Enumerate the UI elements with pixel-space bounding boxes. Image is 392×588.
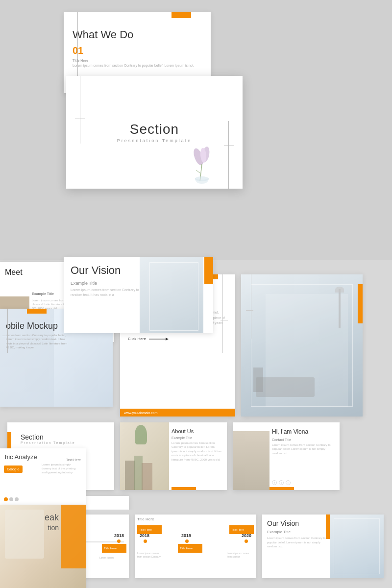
mobile-text: comes from section Contrary to popular b… xyxy=(6,333,70,350)
photo-hline xyxy=(246,310,253,311)
intro-click-link[interactable]: Click Here xyxy=(128,337,227,341)
tl3-header: Title Here xyxy=(137,517,154,521)
top-area: What We Do 01 Title Here Lorem ipsum com… xyxy=(0,0,392,260)
viona-icon1: f xyxy=(272,480,277,485)
vision-orange-bar xyxy=(204,257,213,284)
slide-interior-photo xyxy=(241,274,363,416)
flower-decoration xyxy=(179,140,228,184)
mobile-orange-top xyxy=(27,309,47,314)
viona-person xyxy=(233,431,270,490)
graphic-text: Lorem ipsum is simply dummy text of the … xyxy=(42,463,81,474)
about-content: About Us Example Title Lorem ipsum comes… xyxy=(172,428,223,462)
intro-vline xyxy=(222,274,223,353)
svg-marker-11 xyxy=(166,338,169,341)
tl2-dot3 xyxy=(117,539,121,543)
tl3-text2: Lorem ipsum comes from section xyxy=(227,552,254,558)
break-title: eak tion xyxy=(45,512,59,533)
what-subtitle: Title Here Lorem ipsum comes from sectio… xyxy=(73,58,202,68)
slide-about-us[interactable]: About Us Example Title Lorem ipsum comes… xyxy=(120,422,227,490)
about-orange-bar xyxy=(172,487,196,490)
ss2-title: Section xyxy=(21,433,108,441)
svg-line-4 xyxy=(196,170,200,173)
viona-text: Lorem ipsum comes from section Contrary … xyxy=(272,443,336,455)
photo-orange-bar xyxy=(358,284,363,323)
photo-bg xyxy=(241,274,363,416)
viona-icon-row: f t i xyxy=(272,480,291,485)
tl2-yr3: 2018 xyxy=(114,533,124,538)
viona-icon3: i xyxy=(286,480,291,485)
deco-h1 xyxy=(75,119,85,119)
tl3-box3: Title Here xyxy=(229,525,254,534)
tl2-box3: Title Here xyxy=(102,544,126,553)
slide-timeline-2018[interactable]: 2018 2019 2020 Title Here Title Here Tit… xyxy=(135,514,256,578)
viona-icon2: t xyxy=(279,480,284,485)
viona-orange-bar xyxy=(270,487,294,490)
ss2-subtitle: Presentation Template xyxy=(21,441,108,444)
deco-v2 xyxy=(228,121,229,189)
icon2 xyxy=(9,497,13,501)
viona-title: Hi, I'am Viona xyxy=(272,428,336,435)
icon3 xyxy=(15,497,19,501)
tl3-dot1 xyxy=(144,539,147,543)
viona-contact-title: Contact Title xyxy=(272,438,336,441)
slide-our-vision-bottom[interactable]: Our Vision Example Title Lorem ipsum com… xyxy=(262,514,384,578)
slide-graphic-analyze[interactable]: hic Analyze Google Text Here Lorem ipsum… xyxy=(0,448,86,507)
slide-viona[interactable]: Hi, I'am Viona Contact Title Lorem ipsum… xyxy=(233,422,340,490)
text-here: Text Here xyxy=(66,458,81,462)
viona-content: Hi, I'am Viona Contact Title Lorem ipsum… xyxy=(272,428,336,455)
main-title: Section xyxy=(130,122,179,137)
about-image xyxy=(120,422,169,490)
tl3-box1: Title Here xyxy=(137,525,162,534)
tl3-yr2: 2019 xyxy=(181,533,191,538)
tl3-text1: Lorem ipsum comes from section Contrary xyxy=(137,552,164,558)
tl3-dot3 xyxy=(245,539,248,543)
tl2-text3: Lorem ipsum xyxy=(99,556,126,560)
about-example-title: Example Title xyxy=(172,436,223,440)
photo-vline xyxy=(251,274,251,339)
slide-main-section[interactable]: Section Presentation Template xyxy=(66,76,243,189)
vision2-example-title: Example Title Lorem ipsum comes from sec… xyxy=(267,529,331,548)
graphic-icon-row xyxy=(4,497,19,501)
tl3-box2: Title Here xyxy=(178,544,202,553)
vision-image xyxy=(140,257,203,333)
vision2-image xyxy=(330,514,384,578)
tl3-dot2 xyxy=(185,539,189,543)
about-text: Lorem ipsum comes from section Contrary … xyxy=(172,441,223,462)
google-label: Google xyxy=(4,466,23,473)
vision2-orange-bar xyxy=(326,514,330,539)
slide-break[interactable]: eak tion coffee & Make xyxy=(0,505,86,588)
deco-v1 xyxy=(80,76,80,144)
what-title: What We Do xyxy=(73,28,202,41)
intro-url-bar: www.you-domain.com xyxy=(120,409,235,416)
icon1 xyxy=(4,497,8,501)
break-orange-side xyxy=(61,505,86,568)
orange-bar-top xyxy=(172,12,191,18)
about-title: About Us xyxy=(172,428,223,434)
what-num: 01 xyxy=(73,45,202,56)
intro-url: www.you-domain.com xyxy=(124,411,157,415)
slide-our-vision-top[interactable]: Our Vision Example Title Lorem ipsum com… xyxy=(64,257,213,333)
intro-hline xyxy=(220,320,228,320)
